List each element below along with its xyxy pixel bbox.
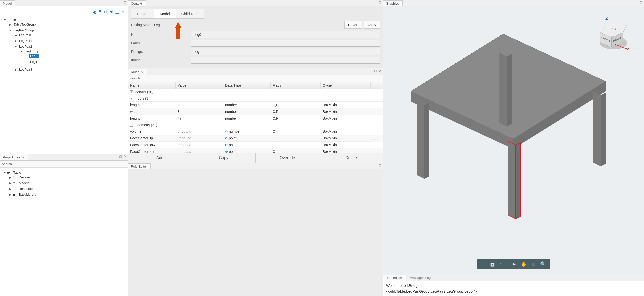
project-tree-tab[interactable]: Project Tree✕ bbox=[0, 154, 28, 160]
tab-immediate[interactable]: Immediate bbox=[383, 275, 406, 281]
tree-caret[interactable]: ▶ bbox=[9, 176, 12, 179]
tree-caret[interactable]: ▼ bbox=[20, 50, 23, 53]
viewcube-top[interactable]: TOP bbox=[603, 28, 625, 31]
immediate-console[interactable]: Welcome to kBridge world.Table.LegPairGr… bbox=[383, 281, 644, 296]
apply-button[interactable]: Apply bbox=[364, 21, 380, 29]
tree-node[interactable]: LegPair2 bbox=[18, 44, 34, 49]
tree-node[interactable]: LegPair0 bbox=[18, 33, 34, 37]
project-folder[interactable]: BaseLibrary bbox=[17, 192, 38, 197]
tree-node[interactable]: TableTopGroup bbox=[12, 22, 37, 27]
index-input[interactable] bbox=[191, 57, 380, 64]
tree-caret[interactable]: ▶ bbox=[9, 182, 12, 185]
graphics-viewport[interactable]: Z TOP FRONT RIGHT X ⛶ ▦ ⌂ ➤ ✋ ⟲ bbox=[383, 6, 644, 274]
hand-icon[interactable]: ✋ bbox=[521, 261, 527, 267]
project-search-input[interactable] bbox=[0, 161, 128, 167]
project-folder[interactable]: Designs bbox=[17, 175, 32, 180]
refresh-icon[interactable]: ⟳ bbox=[225, 136, 228, 140]
viewcube-front[interactable]: FRONT bbox=[600, 36, 611, 43]
tree-node-leg1[interactable]: Leg1 bbox=[29, 59, 39, 64]
table-row[interactable]: FaceCenterDownunbound⟳pointCBoxMixin bbox=[128, 142, 383, 148]
close-icon[interactable]: ✕ bbox=[141, 71, 143, 74]
refresh-icon[interactable]: ⟳ bbox=[225, 143, 228, 147]
name-input[interactable] bbox=[191, 31, 380, 38]
fullscreen-icon[interactable]: ⛶ bbox=[481, 261, 486, 267]
history-icon[interactable]: ↺ bbox=[104, 9, 108, 15]
tree-node[interactable]: LegPair3 bbox=[18, 67, 34, 72]
refresh-icon[interactable]: ⟳ bbox=[121, 9, 124, 15]
tree-caret[interactable]: ▼ bbox=[3, 171, 7, 174]
add-button[interactable]: Add bbox=[128, 153, 192, 163]
panel-maximize-icon[interactable]: ▢ bbox=[119, 155, 122, 158]
table-row[interactable]: volumeunbound⟳numberCBoxMixin bbox=[128, 128, 383, 135]
tree-caret[interactable]: ▶ bbox=[9, 193, 12, 196]
save-icon[interactable]: 🖫 bbox=[109, 9, 114, 15]
tree-node-table[interactable]: Table bbox=[7, 17, 17, 22]
rule-editor-tab[interactable]: Rule Editor bbox=[128, 163, 151, 169]
table-row[interactable]: width3numberC,PBoxMixin bbox=[128, 108, 383, 115]
context-tab[interactable]: Context bbox=[128, 0, 146, 6]
copy-button[interactable]: Copy bbox=[192, 153, 256, 163]
viewcube-right[interactable]: RIGHT bbox=[612, 36, 623, 43]
panel-maximize-icon[interactable]: ▢ bbox=[640, 1, 642, 4]
hierarchy-icon[interactable]: ⚍ bbox=[115, 9, 119, 15]
rules-search-input[interactable] bbox=[128, 75, 383, 82]
project-root[interactable]: Table bbox=[12, 170, 23, 175]
tab-model[interactable]: Model bbox=[154, 9, 176, 19]
col-value[interactable]: Value bbox=[176, 82, 223, 89]
panel-maximize-icon[interactable]: ▢ bbox=[379, 164, 381, 167]
col-datatype[interactable]: Data Type bbox=[223, 82, 271, 89]
rules-tab[interactable]: Rules✕ bbox=[128, 69, 147, 75]
table-row[interactable]: FaceCenterUpunbound⟳pointCBoxMixin bbox=[128, 135, 383, 142]
project-folder[interactable]: Resources bbox=[17, 186, 36, 191]
table-row[interactable]: height47numberC,PBoxMixin bbox=[128, 115, 383, 122]
model-tab[interactable]: Model bbox=[0, 0, 15, 6]
panel-maximize-icon[interactable]: ▢ bbox=[640, 275, 642, 279]
expand-icon[interactable]: + bbox=[130, 90, 133, 94]
tab-child-rule[interactable]: Child Rule bbox=[176, 9, 204, 19]
rules-group-geometry[interactable]: −Geometry (21) bbox=[128, 122, 383, 128]
tree-caret[interactable]: ▼ bbox=[14, 45, 18, 48]
rules-group-render[interactable]: +Render (10) bbox=[128, 89, 383, 95]
pointer-icon[interactable]: ➤ bbox=[512, 261, 516, 267]
refresh-icon[interactable]: ⟳ bbox=[225, 150, 228, 153]
collapse-icon[interactable]: − bbox=[130, 123, 133, 127]
tree-caret[interactable]: ▶ bbox=[9, 187, 12, 191]
tab-messages-log[interactable]: Messages Log bbox=[406, 275, 435, 281]
user-icon[interactable]: ◉ bbox=[92, 9, 96, 15]
tree-caret[interactable]: ▶ bbox=[9, 23, 12, 26]
grid-icon[interactable]: ▦ bbox=[490, 261, 495, 267]
graphics-tab[interactable]: Graphics bbox=[383, 0, 403, 6]
tree-caret[interactable]: ▶ bbox=[14, 39, 18, 43]
col-owner[interactable]: Owner bbox=[321, 82, 371, 89]
search-icon[interactable]: 🔍 bbox=[540, 261, 546, 267]
collapse-icon[interactable]: − bbox=[130, 97, 133, 100]
table-row[interactable]: FaceCenterLeftunbound⟳pointCBoxMixin bbox=[128, 148, 383, 153]
document-icon[interactable]: 🗎 bbox=[98, 9, 102, 15]
design-input[interactable] bbox=[191, 48, 380, 55]
table-row[interactable]: length3numberC,PBoxMixin bbox=[128, 102, 383, 108]
delete-button[interactable]: Delete bbox=[319, 153, 383, 163]
panel-close-icon[interactable]: ✕ bbox=[124, 155, 126, 158]
rules-group-inputs[interactable]: −Inputs (3) bbox=[128, 95, 383, 102]
panel-maximize-icon[interactable]: ▢ bbox=[124, 1, 126, 4]
tree-node-leg0[interactable]: Leg0 bbox=[29, 54, 39, 58]
tab-design[interactable]: Design bbox=[131, 9, 154, 19]
label-input[interactable] bbox=[191, 40, 380, 47]
tree-caret[interactable]: ▶ bbox=[14, 34, 18, 37]
refresh-icon[interactable]: ⟳ bbox=[225, 130, 228, 133]
col-name[interactable]: Name bbox=[128, 82, 176, 89]
col-flags[interactable]: Flags bbox=[271, 82, 321, 89]
tree-caret[interactable]: ▼ bbox=[3, 18, 7, 21]
override-button[interactable]: Override bbox=[256, 153, 319, 163]
home-icon[interactable]: ⌂ bbox=[499, 261, 502, 267]
tree-node[interactable]: LegPair1 bbox=[18, 38, 34, 43]
tree-caret[interactable]: ▼ bbox=[9, 29, 12, 32]
orbit-icon[interactable]: ⟲ bbox=[531, 261, 536, 267]
tree-caret[interactable]: ▶ bbox=[14, 68, 18, 71]
viewcube[interactable]: Z TOP FRONT RIGHT X bbox=[594, 16, 629, 54]
panel-maximize-icon[interactable]: ▢ bbox=[379, 1, 381, 4]
panel-close-icon[interactable]: ✕ bbox=[379, 69, 381, 73]
panel-maximize-icon[interactable]: ▢ bbox=[374, 69, 377, 73]
close-icon[interactable]: ✕ bbox=[22, 156, 25, 159]
revert-button[interactable]: Revert bbox=[344, 21, 362, 29]
